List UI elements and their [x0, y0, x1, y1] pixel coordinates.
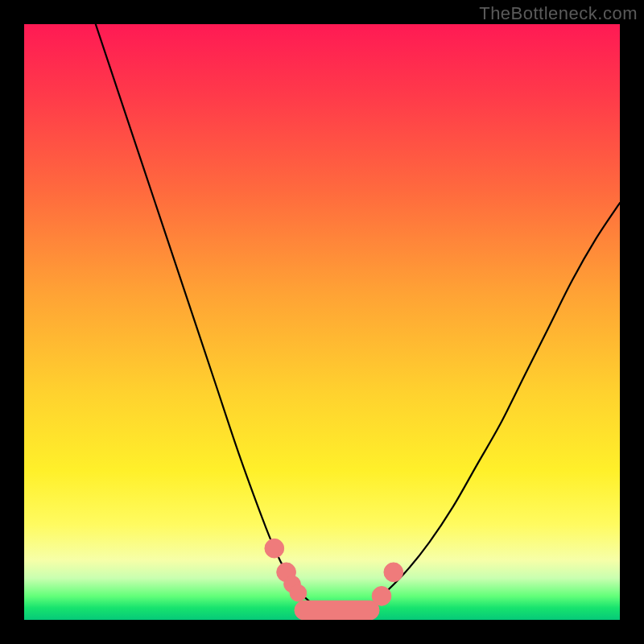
curve-group: [96, 24, 620, 611]
marker-dot-3: [290, 584, 307, 601]
series-right-curve: [357, 203, 620, 611]
watermark-text: TheBottleneck.com: [479, 3, 638, 24]
marker-dot-5: [372, 587, 391, 606]
series-left-curve: [96, 24, 334, 611]
chart-frame: TheBottleneck.com: [0, 0, 644, 644]
marker-pill-4: [295, 601, 379, 620]
chart-overlay: [24, 24, 620, 620]
marker-dot-6: [384, 563, 403, 582]
marker-dot-1: [277, 563, 296, 582]
marker-group: [265, 539, 403, 620]
plot-area: [24, 24, 620, 620]
marker-dot-2: [284, 576, 301, 592]
marker-dot-0: [265, 539, 284, 558]
